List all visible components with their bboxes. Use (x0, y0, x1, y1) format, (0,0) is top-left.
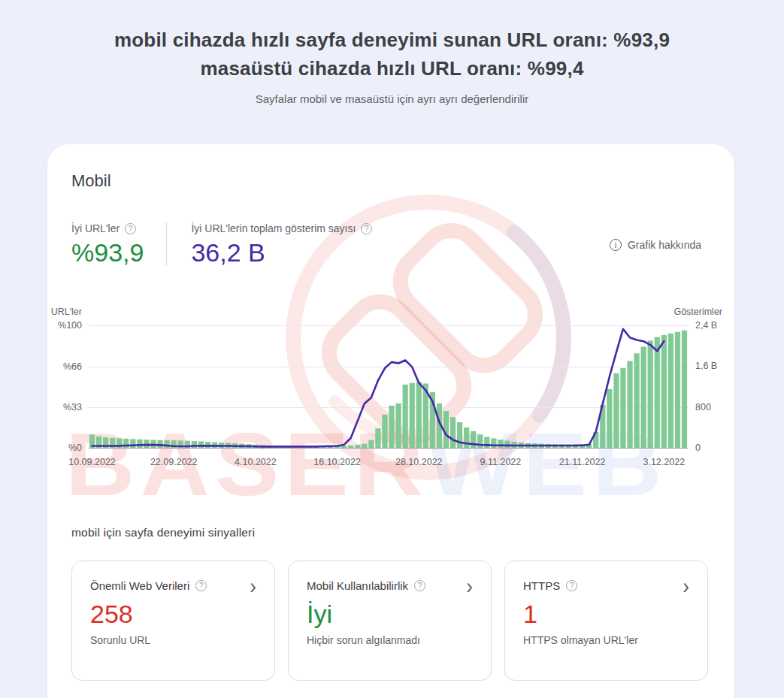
left-axis-ticks: %100%66%33%0 (47, 325, 82, 448)
card-mobile-usability-title: Mobil Kullanılabilirlik (307, 579, 408, 592)
stat-impressions-value: 36,2 B (191, 238, 372, 267)
page-title: mobil cihazda hızlı sayfa deneyimi sunan… (0, 26, 784, 83)
chart-plot (89, 325, 688, 448)
stats-row: İyi URL'ler ? %93,9 İyi URL'lerin toplam… (71, 222, 701, 267)
mobile-panel: BASERWEB Mobil İyi URL'ler ? %93,9 İyi U… (47, 144, 734, 698)
left-axis-tick: %0 (68, 443, 82, 453)
card-https-value: 1 (523, 600, 689, 629)
x-axis-tick: 9.11.2022 (480, 457, 522, 467)
right-axis-tick: 0 (695, 443, 701, 453)
left-axis-tick: %33 (63, 402, 82, 412)
stat-impressions-label: İyi URL'lerin toplam gösterim sayısı (191, 222, 356, 234)
card-mobile-usability-value: İyi (307, 600, 473, 629)
chart-x-labels: 10.09.202222.09.20224.10.202216.10.20222… (89, 457, 688, 470)
card-https[interactable]: HTTPS ? › 1 HTTPS olmayan URL'ler (504, 561, 708, 681)
stat-divider (166, 222, 167, 266)
card-mobile-usability-subtext: Hiçbir sorun algılanmadı (307, 634, 473, 646)
experience-chart: URL'ler Gösterimler %100%66%33%0 2,4 B1,… (47, 302, 734, 481)
page-subtitle: Sayfalar mobil ve masaüstü için ayrı ayr… (0, 92, 784, 105)
help-icon[interactable]: ? (414, 580, 425, 591)
right-axis-tick: 800 (695, 402, 711, 412)
page-header: mobil cihazda hızlı sayfa deneyimi sunan… (0, 0, 784, 105)
help-icon[interactable]: ? (361, 223, 372, 234)
x-axis-tick: 4.10.2022 (235, 457, 277, 467)
card-core-web-vitals-title: Önemli Web Verileri (90, 579, 189, 592)
chevron-right-icon[interactable]: › (250, 579, 256, 592)
about-chart-link[interactable]: i Grafik hakkında (610, 239, 701, 251)
right-axis-ticks: 2,4 B1,6 B8000 (695, 325, 734, 448)
stat-good-urls-value: %93,9 (71, 238, 144, 267)
right-axis-title: Gösterimler (674, 307, 722, 317)
right-axis-tick: 1,6 B (695, 361, 717, 371)
x-axis-tick: 3.12.2022 (643, 457, 685, 467)
card-core-web-vitals-value: 258 (90, 600, 256, 629)
chevron-right-icon[interactable]: › (683, 579, 689, 592)
card-core-web-vitals[interactable]: Önemli Web Verileri ? › 258 Sorunlu URL (71, 561, 275, 681)
x-axis-tick: 22.09.2022 (150, 457, 198, 467)
left-axis-title: URL'ler (47, 307, 82, 317)
card-core-web-vitals-subtext: Sorunlu URL (90, 634, 256, 646)
info-icon: i (610, 239, 622, 251)
page-title-line2: masaüstü cihazda hızlı URL oranı: %99,4 (200, 57, 583, 80)
help-icon[interactable]: ? (566, 580, 577, 591)
left-axis-tick: %100 (58, 320, 82, 331)
signals-heading: mobil için sayfa deneyimi sinyalleri (71, 526, 710, 539)
gridline (89, 448, 688, 449)
page: mobil cihazda hızlı sayfa deneyimi sunan… (0, 0, 784, 698)
x-axis-tick: 21.11.2022 (559, 457, 606, 467)
help-icon[interactable]: ? (125, 223, 136, 234)
chart-canvas (89, 325, 688, 448)
stat-impressions[interactable]: İyi URL'lerin toplam gösterim sayısı ? 3… (191, 222, 372, 267)
x-axis-tick: 28.10.2022 (395, 457, 443, 467)
help-icon[interactable]: ? (195, 580, 207, 591)
card-https-title: HTTPS (523, 579, 560, 592)
page-title-line1: mobil cihazda hızlı sayfa deneyimi sunan… (114, 29, 670, 51)
left-axis-tick: %66 (63, 361, 82, 372)
x-axis-tick: 16.10.2022 (313, 457, 361, 467)
signal-cards-row: Önemli Web Verileri ? › 258 Sorunlu URL … (71, 561, 710, 681)
stat-good-urls-label: İyi URL'ler (71, 222, 120, 234)
chevron-right-icon[interactable]: › (466, 579, 473, 592)
right-axis-tick: 2,4 B (695, 320, 717, 331)
x-axis-tick: 10.09.2022 (68, 457, 116, 467)
stat-good-urls[interactable]: İyi URL'ler ? %93,9 (71, 222, 144, 267)
about-chart-label: Grafik hakkında (628, 239, 701, 251)
card-https-subtext: HTTPS olmayan URL'ler (523, 634, 689, 646)
card-mobile-usability[interactable]: Mobil Kullanılabilirlik ? › İyi Hiçbir s… (288, 561, 492, 681)
panel-title: Mobil (71, 171, 710, 191)
